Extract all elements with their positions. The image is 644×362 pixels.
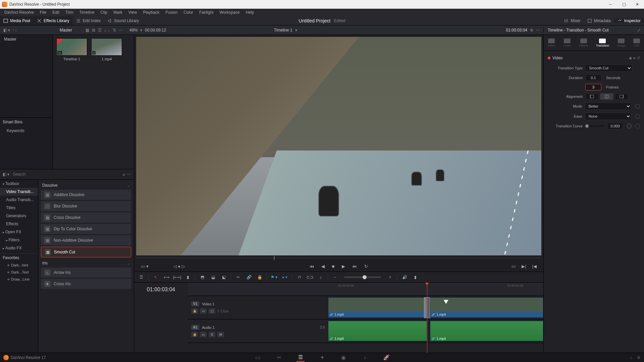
inspector-group-video[interactable]: Video◆ ● ↺	[548, 54, 640, 62]
fav-item[interactable]: Dark...hird	[0, 262, 38, 269]
replace-clip-button[interactable]: ⬕	[220, 274, 227, 281]
track-header-a1[interactable]: A1Audio 12.0 🔒 ▭ S M	[188, 319, 328, 343]
sort-icon[interactable]: ⇅	[113, 28, 116, 33]
timeline-name[interactable]: Timeline 1	[274, 28, 292, 33]
mode-select[interactable]: Better	[585, 103, 631, 110]
track-solo-button[interactable]: S	[209, 332, 215, 337]
menu-edit[interactable]: Edit	[49, 9, 62, 15]
viewer-scrub-bar[interactable]	[136, 256, 541, 260]
fx-node-audio-transitions[interactable]: Audio Transiti...	[0, 196, 38, 204]
align-start-button[interactable]	[585, 93, 599, 100]
view-thumb-mode[interactable]: ▦	[86, 28, 89, 33]
zoom-to-fit-button[interactable]: ⌕	[317, 274, 324, 281]
fx-node-openfx[interactable]: Open FX	[0, 228, 38, 236]
snapping-button[interactable]: ⊓	[296, 274, 303, 281]
page-color[interactable]: ◉	[339, 354, 347, 362]
search-icon[interactable]: ⌕	[123, 172, 125, 177]
zoom-slider[interactable]	[344, 277, 381, 278]
zoom-out-button[interactable]: −	[331, 274, 339, 281]
fx-node-video-transitions[interactable]: Video Transiti...	[0, 188, 38, 196]
menu-timeline[interactable]: Timeline	[76, 9, 97, 15]
fx-dip-to-color[interactable]: ▨Dip To Color Dissolve	[41, 224, 131, 234]
next-edit-icon[interactable]: ▶|	[520, 262, 527, 270]
zoom-in-button[interactable]: +	[386, 274, 394, 281]
timeline-ruler[interactable]: 01:00:02:00 01:00:04:00	[328, 283, 543, 296]
fx-favorites-header[interactable]: Favorites	[0, 253, 38, 262]
track-mute-button[interactable]: M	[217, 332, 224, 337]
track-lock-button[interactable]: 🔒	[191, 332, 198, 337]
loop-button[interactable]: ↻	[363, 262, 369, 270]
inspector-tab-audio[interactable]: Audio	[561, 37, 573, 49]
timeline-timecode[interactable]: 01:00:03:04	[134, 283, 188, 353]
align-end-button[interactable]	[615, 93, 628, 100]
fx-group-iris[interactable]: Iris	[41, 259, 131, 267]
fav-item[interactable]: Dark...Text	[0, 269, 38, 276]
viewer-mode-button[interactable]: ▭ ▾	[140, 262, 150, 270]
smart-bin-keywords[interactable]: Keywords	[0, 126, 53, 135]
reset-button[interactable]	[635, 114, 640, 119]
reset-button[interactable]	[635, 124, 640, 128]
viewer-canvas[interactable]	[136, 37, 541, 255]
view-list-icon[interactable]: ☰	[98, 28, 102, 33]
inspector-tab-file[interactable]: File	[631, 37, 642, 49]
window-minimize-button[interactable]: ─	[604, 0, 617, 9]
bin-path-label[interactable]: Master	[60, 28, 72, 33]
marker-button[interactable]: ● ▾	[281, 274, 288, 281]
stop-button[interactable]: ■	[331, 262, 336, 270]
fx-arrow-iris[interactable]: △Arrow Iris	[41, 267, 131, 278]
insert-clip-button[interactable]: ⬒	[199, 274, 206, 281]
track-auto-select-button[interactable]: ▭	[200, 308, 207, 314]
track-lock-button[interactable]: 🔒	[191, 308, 198, 314]
viewer-menu-icon[interactable]: ⋯	[536, 28, 540, 33]
page-cut[interactable]: ✂	[275, 354, 283, 362]
curve-slider[interactable]	[585, 124, 589, 128]
audio-meter-icon[interactable]: ▮	[412, 274, 419, 281]
go-first-button[interactable]: ⏮	[308, 262, 315, 270]
fx-cross-iris[interactable]: ✚Cross Iris	[41, 279, 131, 289]
fx-non-additive-dissolve[interactable]: ▨Non-Additive Dissolve	[41, 235, 131, 245]
lock-button[interactable]: 🔒	[256, 274, 263, 281]
search-icon[interactable]: ⌕ ▾	[104, 28, 110, 33]
match-frame-icon[interactable]: ◁ ● ▷	[172, 262, 186, 270]
metadata-toggle[interactable]: Metadata	[584, 18, 614, 23]
prev-edit-icon[interactable]: |◀	[531, 262, 538, 270]
clip-1-mp4[interactable]: ♪ 1.mp4	[91, 38, 122, 61]
window-maximize-button[interactable]: ▢	[617, 0, 631, 9]
clip-timeline-1[interactable]: ▭ Timeline 1	[56, 38, 87, 61]
menu-dots-icon[interactable]: ⋯	[119, 28, 123, 33]
video-track-1[interactable]: 1.mp4 1.mp4	[328, 296, 543, 319]
page-edit[interactable]: ☰	[297, 354, 305, 362]
menu-mark[interactable]: Mark	[110, 9, 125, 15]
menu-workspace[interactable]: Workspace	[217, 9, 243, 15]
fx-node-filters[interactable]: Filters	[0, 236, 38, 244]
menu-fairlight[interactable]: Fairlight	[196, 9, 217, 15]
single-viewer-icon[interactable]: ▭	[510, 262, 517, 270]
track-enable-button[interactable]: ▢	[209, 308, 215, 314]
smart-bins-header[interactable]: Smart Bins	[0, 118, 53, 126]
inspector-expand-icon[interactable]: ⤢	[637, 28, 641, 33]
video-clip-1[interactable]: 1.mp4	[328, 297, 427, 318]
menu-help[interactable]: Help	[243, 9, 257, 15]
playhead[interactable]	[427, 283, 427, 353]
fx-node-generators[interactable]: Generators	[0, 212, 38, 220]
flag-button[interactable]: ⚑ ▾	[270, 274, 278, 281]
bin-master[interactable]: Master	[0, 35, 53, 44]
fx-menu-icon[interactable]: ⋯	[127, 172, 131, 177]
blade-edit-button[interactable]: ✂	[234, 274, 242, 281]
play-button[interactable]: ▶	[340, 262, 346, 270]
window-close-button[interactable]: ✕	[631, 0, 644, 9]
go-last-button[interactable]: ⏭	[351, 262, 358, 270]
fx-node-audiofx[interactable]: Audio FX	[0, 244, 38, 252]
sound-library-toggle[interactable]: Sound Library	[104, 16, 143, 25]
mixer-toggle[interactable]: Mixer	[560, 18, 584, 23]
audio-clip-2[interactable]: 1.mp4	[430, 321, 543, 341]
fx-additive-dissolve[interactable]: ▨Additive Dissolve	[41, 190, 131, 200]
duration-seconds-input[interactable]: 0.1	[585, 74, 601, 81]
fx-node-effects[interactable]: Effects	[0, 220, 38, 228]
page-fairlight[interactable]: ♪	[361, 354, 369, 362]
menu-playback[interactable]: Playback	[140, 9, 162, 15]
menu-file[interactable]: File	[37, 9, 49, 15]
align-center-button[interactable]	[600, 93, 613, 100]
view-grid-icon[interactable]: ⊞	[92, 28, 95, 33]
fx-group-dissolve[interactable]: Dissolve	[41, 181, 131, 190]
